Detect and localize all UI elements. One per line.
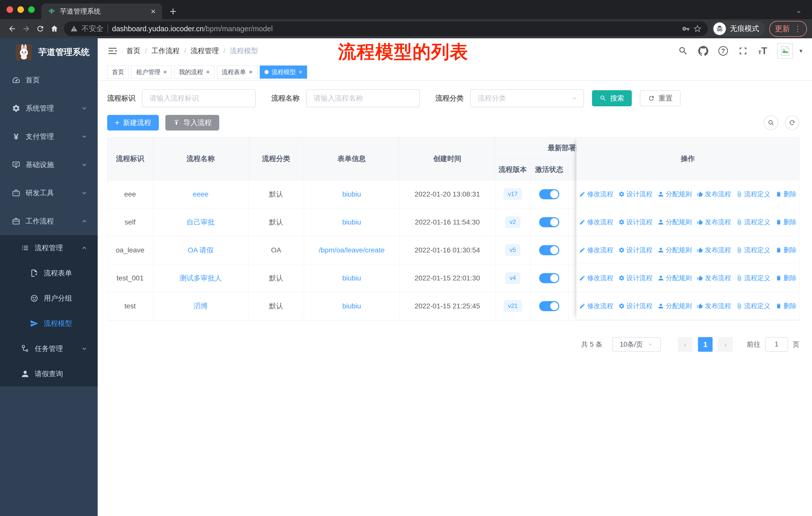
close-icon[interactable]: × xyxy=(299,69,302,75)
browser-tab[interactable]: 芋道管理系统 × xyxy=(41,3,162,19)
avatar-caret-icon[interactable]: ▾ xyxy=(800,47,803,54)
forward-icon[interactable] xyxy=(19,22,33,36)
sidebar-item-task-management[interactable]: 任务管理 xyxy=(0,336,98,361)
assign-rule-link[interactable]: 分配规则 xyxy=(658,274,692,282)
design-process-link[interactable]: 设计流程 xyxy=(618,246,653,254)
process-name-link[interactable]: OA 请假 xyxy=(188,246,214,254)
delete-link[interactable]: 删除 xyxy=(776,274,796,282)
sidebar-item-workflow[interactable]: 工作流程 xyxy=(0,207,98,235)
design-process-link[interactable]: 设计流程 xyxy=(618,302,653,310)
assign-rule-link[interactable]: 分配规则 xyxy=(658,246,692,254)
sidebar-item-process-management[interactable]: 流程管理 xyxy=(0,235,98,261)
update-button[interactable]: 更新 ⋮ xyxy=(769,21,807,37)
process-name-link[interactable]: 测试多审批人 xyxy=(179,274,222,282)
tag-tenant[interactable]: 租户管理× xyxy=(132,65,172,79)
page-number-1[interactable]: 1 xyxy=(698,337,713,352)
status-toggle[interactable] xyxy=(539,273,559,283)
design-process-link[interactable]: 设计流程 xyxy=(618,218,653,226)
status-toggle[interactable] xyxy=(539,245,559,255)
prev-page-button[interactable]: ‹ xyxy=(678,337,692,352)
breadcrumb-item[interactable]: 首页 xyxy=(126,46,141,56)
breadcrumb-item[interactable]: 流程管理 xyxy=(191,46,219,56)
minimize-window-button[interactable] xyxy=(18,6,24,13)
process-category-select[interactable]: 流程分类 xyxy=(470,89,584,107)
show-search-button[interactable] xyxy=(764,115,778,130)
edit-process-link[interactable]: 修改流程 xyxy=(579,302,613,310)
close-icon[interactable]: × xyxy=(163,69,167,75)
assign-rule-link[interactable]: 分配规则 xyxy=(658,302,692,310)
font-size-icon[interactable]: тT xyxy=(758,46,767,56)
form-info-link[interactable]: /bpm/oa/leave/create xyxy=(319,246,385,254)
maximize-window-button[interactable] xyxy=(28,6,35,13)
search-icon[interactable] xyxy=(678,46,688,56)
address-bar[interactable]: 不安全 dashboard.yudao.iocoder.cn/bpm/manag… xyxy=(64,21,708,36)
form-info-link[interactable]: biubiu xyxy=(342,302,361,310)
sidebar-item-payment[interactable]: ¥ 支付管理 xyxy=(0,123,98,151)
form-info-link[interactable]: biubiu xyxy=(342,274,361,282)
sidebar-item-home[interactable]: 首页 xyxy=(0,66,98,94)
design-process-link[interactable]: 设计流程 xyxy=(618,190,653,198)
process-key-input[interactable] xyxy=(142,89,256,107)
delete-link[interactable]: 删除 xyxy=(776,246,796,254)
process-definition-link[interactable]: 流程定义 xyxy=(736,302,771,310)
tab-close-icon[interactable]: × xyxy=(151,7,155,16)
sidebar-item-process-form[interactable]: 流程表单 xyxy=(0,261,98,286)
delete-link[interactable]: 删除 xyxy=(776,218,796,226)
refresh-table-button[interactable] xyxy=(785,115,800,130)
fullscreen-icon[interactable] xyxy=(738,46,748,56)
delete-link[interactable]: 删除 xyxy=(776,302,796,310)
goto-page-input[interactable] xyxy=(765,337,788,352)
tag-home[interactable]: 首页 xyxy=(107,65,129,79)
delete-link[interactable]: 删除 xyxy=(776,190,796,198)
sidebar-item-leave-query[interactable]: 请假查询 xyxy=(0,361,98,386)
publish-process-link[interactable]: 发布流程 xyxy=(697,218,731,226)
star-icon[interactable] xyxy=(694,25,701,32)
process-definition-link[interactable]: 流程定义 xyxy=(736,190,771,198)
create-process-button[interactable]: + 新建流程 xyxy=(107,115,159,131)
sidebar-item-infrastructure[interactable]: 基础设施 xyxy=(0,151,98,179)
status-toggle[interactable] xyxy=(539,217,559,227)
process-definition-link[interactable]: 流程定义 xyxy=(736,246,771,254)
import-process-button[interactable]: 导入流程 xyxy=(165,115,219,131)
sidebar-item-process-model[interactable]: 流程模型 xyxy=(0,311,98,336)
edit-process-link[interactable]: 修改流程 xyxy=(579,274,613,282)
page-size-select[interactable]: 10条/页 xyxy=(612,337,661,352)
process-name-link[interactable]: 自己审批 xyxy=(186,218,215,226)
avatar[interactable] xyxy=(777,43,793,59)
close-icon[interactable]: × xyxy=(206,69,210,75)
sidebar-item-dev-tools[interactable]: 研发工具 xyxy=(0,179,98,207)
sidebar-fold-icon[interactable] xyxy=(107,46,118,56)
process-definition-link[interactable]: 流程定义 xyxy=(736,274,771,282)
publish-process-link[interactable]: 发布流程 xyxy=(697,274,731,282)
github-icon[interactable] xyxy=(698,46,708,56)
sidebar-item-user-group[interactable]: 用户分组 xyxy=(0,286,98,311)
close-icon[interactable]: × xyxy=(249,69,253,75)
next-page-button[interactable]: › xyxy=(718,337,733,352)
back-icon[interactable] xyxy=(5,22,19,36)
status-toggle[interactable] xyxy=(539,301,559,311)
tab-search-chevron-icon[interactable]: ⌄ xyxy=(795,6,802,15)
edit-process-link[interactable]: 修改流程 xyxy=(579,218,613,226)
form-info-link[interactable]: biubiu xyxy=(342,218,361,226)
tag-my-process[interactable]: 我的流程× xyxy=(174,65,214,79)
search-button[interactable]: 搜索 xyxy=(592,90,632,106)
design-process-link[interactable]: 设计流程 xyxy=(618,274,653,282)
assign-rule-link[interactable]: 分配规则 xyxy=(658,218,692,226)
process-name-link[interactable]: 滔博 xyxy=(194,302,208,310)
sidebar-item-system[interactable]: 系统管理 xyxy=(0,94,98,123)
tag-process-form[interactable]: 流程表单× xyxy=(217,65,257,79)
logo[interactable]: 芋道管理系统 xyxy=(0,38,98,66)
publish-process-link[interactable]: 发布流程 xyxy=(697,246,731,254)
edit-process-link[interactable]: 修改流程 xyxy=(579,190,613,198)
browser-menu-icon[interactable]: ⋮ xyxy=(794,24,802,33)
process-name-input[interactable] xyxy=(306,89,420,107)
breadcrumb-item[interactable]: 工作流程 xyxy=(151,46,180,56)
reset-button[interactable]: 重置 xyxy=(640,90,680,106)
form-info-link[interactable]: biubiu xyxy=(342,190,361,198)
assign-rule-link[interactable]: 分配规则 xyxy=(658,190,692,198)
help-icon[interactable]: ? xyxy=(718,46,728,56)
status-toggle[interactable] xyxy=(539,189,559,199)
edit-process-link[interactable]: 修改流程 xyxy=(579,246,613,254)
reload-icon[interactable] xyxy=(33,22,47,36)
tag-process-model[interactable]: 流程模型× xyxy=(260,65,307,79)
